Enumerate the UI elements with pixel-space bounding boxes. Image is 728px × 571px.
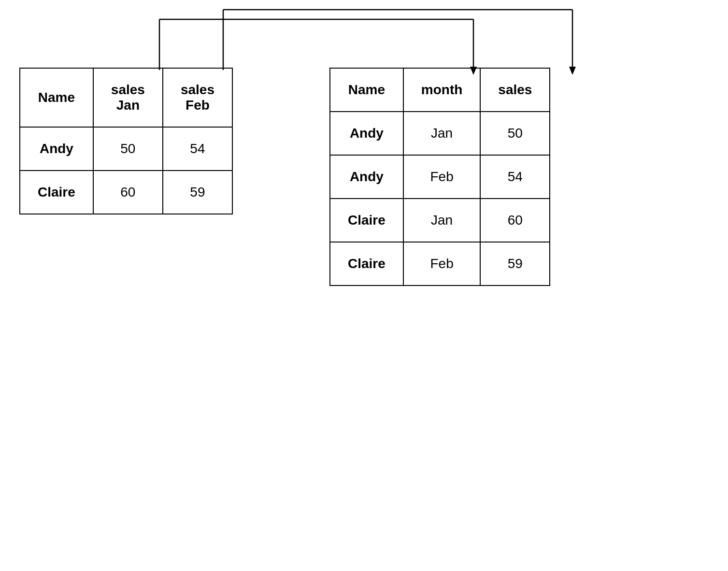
- right-header-sales: sales: [480, 68, 550, 112]
- table-row: Claire 60 59: [20, 171, 232, 214]
- right-row1-sales: 50: [480, 112, 550, 155]
- table-row: Andy Feb 54: [330, 155, 550, 199]
- right-row3-name: Claire: [330, 199, 403, 242]
- table-row: Claire Jan 60: [330, 199, 550, 242]
- left-table: Name salesJan salesFeb Andy 50 54 Claire…: [19, 68, 233, 214]
- left-row1-jan: 50: [93, 127, 163, 171]
- left-row1-name: Andy: [20, 127, 93, 171]
- right-row2-month: Feb: [403, 155, 481, 199]
- table-row: Andy Jan 50: [330, 112, 550, 155]
- right-table: Name month sales Andy Jan 50 Andy Feb 54…: [329, 68, 550, 286]
- left-row2-feb: 59: [163, 171, 232, 214]
- main-container: Name salesJan salesFeb Andy 50 54 Claire…: [0, 0, 728, 305]
- table-row: Claire Feb 59: [330, 242, 550, 286]
- right-table-wrapper: Name month sales Andy Jan 50 Andy Feb 54…: [329, 68, 550, 286]
- right-header-name: Name: [330, 68, 403, 112]
- left-row1-feb: 54: [163, 127, 232, 171]
- right-header-month: month: [403, 68, 481, 112]
- left-header-sales-feb: salesFeb: [163, 68, 232, 127]
- right-row1-name: Andy: [330, 112, 403, 155]
- left-header-name: Name: [20, 68, 93, 127]
- right-row4-month: Feb: [403, 242, 481, 286]
- left-header-sales-jan: salesJan: [93, 68, 163, 127]
- right-row4-sales: 59: [480, 242, 550, 286]
- left-row2-jan: 60: [93, 171, 163, 214]
- right-row2-name: Andy: [330, 155, 403, 199]
- left-table-wrapper: Name salesJan salesFeb Andy 50 54 Claire…: [19, 68, 233, 214]
- right-row3-sales: 60: [480, 199, 550, 242]
- right-row3-month: Jan: [403, 199, 481, 242]
- table-row: Andy 50 54: [20, 127, 232, 171]
- left-row2-name: Claire: [20, 171, 93, 214]
- right-row1-month: Jan: [403, 112, 481, 155]
- right-row2-sales: 54: [480, 155, 550, 199]
- right-row4-name: Claire: [330, 242, 403, 286]
